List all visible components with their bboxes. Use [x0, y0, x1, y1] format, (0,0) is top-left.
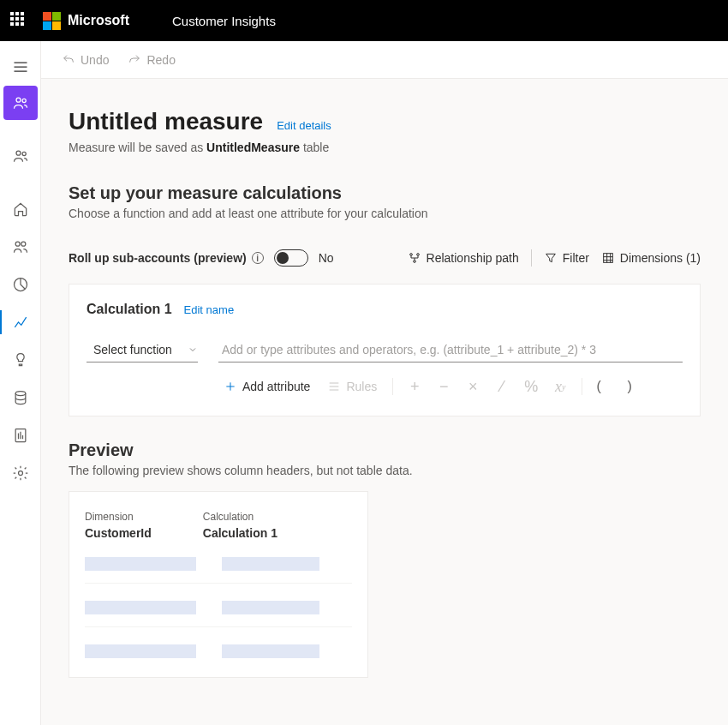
calculation-title: Calculation 1	[87, 302, 172, 317]
nav-audience-button[interactable]	[3, 86, 38, 120]
svg-point-1	[22, 99, 26, 102]
op-minus[interactable]: −	[429, 374, 458, 398]
save-as-text: Measure will be saved as UntitledMeasure…	[69, 141, 701, 154]
nav-settings-button[interactable]	[3, 456, 38, 490]
section-title: Set up your measure calculations	[69, 183, 701, 203]
plus-icon	[224, 380, 237, 393]
global-header: Microsoft Customer Insights	[0, 0, 728, 41]
operator-toolbar: Add attribute Rules + − × ∕ % xy (	[87, 374, 683, 398]
preview-card: Dimension CustomerId Calculation Calcula…	[69, 491, 368, 678]
svg-point-7	[15, 392, 26, 396]
product-name: Customer Insights	[172, 14, 276, 28]
nav-customers-button[interactable]	[3, 230, 38, 264]
divider	[531, 249, 532, 267]
nav-people-button[interactable]	[3, 139, 38, 173]
divider	[582, 378, 582, 395]
preview-skeleton-row	[85, 601, 352, 614]
preview-col-dimension: Dimension CustomerId	[85, 511, 152, 540]
svg-point-0	[16, 98, 21, 102]
relationship-path-button[interactable]: Relationship path	[408, 251, 519, 265]
microsoft-logo-icon	[43, 12, 61, 30]
undo-icon	[62, 53, 75, 67]
op-close-paren[interactable]: )	[620, 379, 639, 394]
grid-icon	[601, 251, 615, 265]
preview-skeleton-row	[85, 557, 352, 571]
dimensions-button[interactable]: Dimensions (1)	[601, 251, 701, 265]
op-multiply[interactable]: ×	[458, 374, 487, 398]
nav-data-button[interactable]	[3, 380, 38, 415]
svg-point-10	[409, 254, 412, 256]
rollup-label: Roll up sub-accounts (preview) i	[69, 251, 264, 265]
formula-input[interactable]: Add or type attributes and operators, e.…	[218, 339, 683, 362]
select-function-dropdown[interactable]: Select function	[87, 339, 198, 362]
filter-icon	[544, 251, 558, 265]
calculation-toolbar: Roll up sub-accounts (preview) i No Rela…	[69, 249, 701, 267]
nav-reports-button[interactable]	[3, 418, 38, 452]
rollup-state: No	[319, 251, 334, 265]
svg-rect-13	[604, 254, 613, 263]
preview-title: Preview	[69, 440, 701, 460]
nav-measures-button[interactable]	[3, 305, 38, 339]
op-plus[interactable]: +	[400, 374, 429, 398]
nav-segments-button[interactable]	[3, 267, 38, 302]
page-title: Untitled measure	[69, 108, 263, 135]
rollup-toggle[interactable]	[274, 249, 308, 267]
redo-button[interactable]: Redo	[128, 53, 175, 67]
svg-point-3	[22, 152, 26, 155]
nav-home-button[interactable]	[3, 192, 38, 226]
microsoft-brand-text: Microsoft	[68, 13, 129, 28]
microsoft-logo[interactable]: Microsoft	[43, 12, 129, 30]
svg-point-9	[18, 471, 22, 476]
undo-label: Undo	[81, 53, 109, 67]
chevron-down-icon	[188, 345, 198, 355]
svg-point-5	[21, 242, 25, 246]
edit-details-link[interactable]: Edit details	[277, 119, 331, 132]
op-power[interactable]: xy	[546, 374, 575, 398]
preview-desc: The following preview shows column heade…	[69, 464, 701, 477]
left-nav-rail	[0, 41, 41, 725]
section-desc: Choose a function and add at least one a…	[69, 207, 701, 220]
page-content: Untitled measure Edit details Measure wi…	[41, 79, 728, 725]
preview-col-calculation: Calculation Calculation 1	[203, 511, 277, 540]
op-open-paren[interactable]: (	[589, 379, 608, 394]
filter-button[interactable]: Filter	[544, 251, 589, 265]
svg-point-2	[16, 151, 21, 155]
rules-button[interactable]: Rules	[319, 376, 385, 397]
main-area: Undo Redo Untitled measure Edit details …	[41, 41, 728, 725]
app-launcher-icon[interactable]	[10, 12, 27, 29]
info-icon[interactable]: i	[252, 252, 264, 264]
svg-point-4	[15, 242, 20, 246]
redo-icon	[128, 53, 141, 67]
nav-intelligence-button[interactable]	[3, 343, 38, 377]
op-divide[interactable]: ∕	[487, 374, 516, 398]
add-attribute-button[interactable]: Add attribute	[215, 376, 319, 397]
relationship-icon	[408, 251, 421, 265]
rules-icon	[327, 380, 341, 393]
command-bar: Undo Redo	[41, 41, 728, 79]
preview-skeleton-row	[85, 644, 352, 658]
divider	[392, 378, 393, 395]
redo-label: Redo	[146, 53, 175, 67]
edit-name-link[interactable]: Edit name	[184, 303, 235, 316]
calculation-card: Calculation 1 Edit name Select function …	[69, 284, 701, 416]
svg-point-12	[413, 261, 415, 263]
undo-button[interactable]: Undo	[62, 53, 109, 67]
op-percent[interactable]: %	[516, 374, 546, 398]
svg-point-11	[416, 254, 419, 256]
hamburger-menu-button[interactable]	[0, 50, 41, 84]
